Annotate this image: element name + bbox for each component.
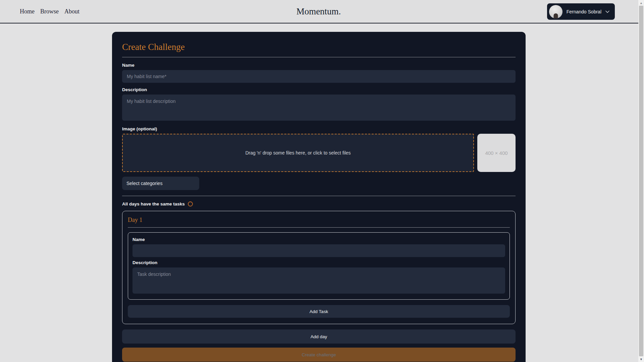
nav-links: Home Browse About [20, 8, 79, 15]
scroll-down-icon[interactable]: ▼ [638, 356, 644, 362]
same-tasks-label: All days have the same tasks [122, 201, 185, 206]
categories-select[interactable]: Select categories [122, 177, 199, 190]
image-preview-text: 400 × 400 [485, 150, 507, 156]
day-title: Day 1 [128, 217, 510, 224]
top-navbar: Home Browse About Momentum. Fernando Sob… [0, 0, 644, 23]
user-name: Fernando Sobral [567, 9, 601, 14]
page-scrollbar[interactable]: ▲ ▼ [638, 0, 644, 362]
nav-link-about[interactable]: About [64, 8, 79, 15]
create-challenge-card: Create Challenge Name Description Image … [112, 32, 526, 362]
image-preview-placeholder: 400 × 400 [477, 134, 516, 172]
divider [122, 196, 516, 196]
chevron-down-icon [605, 10, 609, 13]
dropzone-text: Drag 'n' drop some files here, or click … [245, 150, 351, 156]
name-label: Name [122, 63, 516, 68]
divider [128, 227, 510, 228]
add-task-button[interactable]: Add Task [128, 305, 510, 318]
scrollbar-thumb[interactable] [639, 6, 643, 356]
image-dropzone[interactable]: Drag 'n' drop some files here, or click … [122, 134, 474, 172]
app-title: Momentum. [297, 6, 341, 17]
task-form: Name Description [128, 232, 510, 300]
same-tasks-checkbox[interactable] [188, 201, 193, 206]
description-label: Description [122, 87, 516, 92]
task-description-input[interactable] [132, 267, 505, 294]
nav-link-browse[interactable]: Browse [40, 8, 59, 15]
challenge-description-input[interactable] [122, 95, 516, 121]
task-name-label: Name [132, 237, 505, 242]
add-day-button[interactable]: Add day [122, 329, 516, 344]
page-title: Create Challenge [122, 42, 516, 52]
divider [122, 57, 516, 57]
day-section: Day 1 Name Description Add Task [122, 211, 516, 324]
challenge-name-input[interactable] [122, 70, 516, 83]
create-challenge-button[interactable]: Create challenge [122, 348, 516, 362]
categories-placeholder: Select categories [126, 181, 162, 186]
image-row: Drag 'n' drop some files here, or click … [122, 134, 516, 172]
task-name-input[interactable] [132, 244, 505, 257]
user-menu-button[interactable]: Fernando Sobral [547, 3, 615, 20]
avatar [549, 5, 562, 18]
same-tasks-row: All days have the same tasks [122, 201, 516, 206]
avatar-figure [553, 13, 558, 18]
scroll-up-icon[interactable]: ▲ [638, 0, 644, 6]
nav-link-home[interactable]: Home [20, 8, 35, 15]
task-description-label: Description [132, 260, 505, 265]
image-label: Image (optional) [122, 126, 516, 131]
